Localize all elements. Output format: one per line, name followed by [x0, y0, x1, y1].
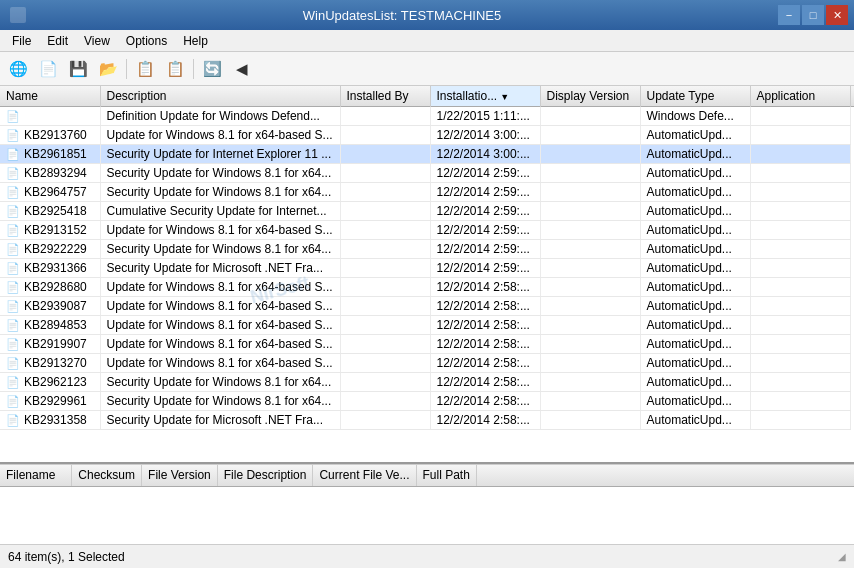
cell-updateType: AutomaticUpd...: [640, 145, 750, 164]
bottom-col-4[interactable]: Current File Ve...: [313, 465, 416, 486]
minimize-button[interactable]: −: [778, 5, 800, 25]
cell-displayVersion: [540, 373, 640, 392]
cell-installation: 12/2/2014 2:58:...: [430, 278, 540, 297]
cell-installation: 12/2/2014 2:58:...: [430, 354, 540, 373]
table-row[interactable]: 📄KB2922229Security Update for Windows 8.…: [0, 240, 854, 259]
globe-button[interactable]: 🌐: [4, 56, 32, 82]
content-area: NirSoft NameDescriptionInstalled ByInsta…: [0, 86, 854, 544]
table-row[interactable]: 📄KB2964757Security Update for Windows 8.…: [0, 183, 854, 202]
cell-application: [750, 107, 850, 126]
cell-displayVersion: [540, 240, 640, 259]
bottom-col-2[interactable]: File Version: [142, 465, 218, 486]
cell-installation: 12/2/2014 2:59:...: [430, 240, 540, 259]
maximize-button[interactable]: □: [802, 5, 824, 25]
new-doc-button[interactable]: 📄: [34, 56, 62, 82]
cell-description: Update for Windows 8.1 for x64-based S..…: [100, 316, 340, 335]
cell-description: Security Update for Windows 8.1 for x64.…: [100, 183, 340, 202]
cell-application: [750, 202, 850, 221]
col-header-installation[interactable]: Installatio...▼: [430, 86, 540, 107]
menu-item-file[interactable]: File: [4, 32, 39, 49]
close-button[interactable]: ✕: [826, 5, 848, 25]
col-header-description[interactable]: Description: [100, 86, 340, 107]
cell-installedBy: [340, 126, 430, 145]
row-icon: 📄: [6, 395, 20, 407]
table-row[interactable]: 📄KB2939087Update for Windows 8.1 for x64…: [0, 297, 854, 316]
row-icon: 📄: [6, 205, 20, 217]
toolbar-separator: [126, 59, 127, 79]
table-row[interactable]: 📄KB2962123Security Update for Windows 8.…: [0, 373, 854, 392]
row-icon: 📄: [6, 319, 20, 331]
menu-item-view[interactable]: View: [76, 32, 118, 49]
table-row[interactable]: 📄KB2894853Update for Windows 8.1 for x64…: [0, 316, 854, 335]
table-row[interactable]: 📄KB2961851Security Update for Internet E…: [0, 145, 854, 164]
cell-displayVersion: [540, 335, 640, 354]
cell-installation: 12/2/2014 2:58:...: [430, 411, 540, 430]
table-row[interactable]: 📄KB2913152Update for Windows 8.1 for x64…: [0, 221, 854, 240]
updates-table-container[interactable]: NirSoft NameDescriptionInstalled ByInsta…: [0, 86, 854, 464]
cell-updateType: AutomaticUpd...: [640, 316, 750, 335]
cell-name: 📄KB2929961: [0, 392, 100, 411]
cell-displayVersion: [540, 202, 640, 221]
table-row[interactable]: 📄KB2919907Update for Windows 8.1 for x64…: [0, 335, 854, 354]
table-row[interactable]: 📄KB2931358Security Update for Microsoft …: [0, 411, 854, 430]
cell-name: 📄KB2928680: [0, 278, 100, 297]
table-row[interactable]: 📄KB2929961Security Update for Windows 8.…: [0, 392, 854, 411]
cell-application: [750, 335, 850, 354]
cell-displayVersion: [540, 297, 640, 316]
table-row[interactable]: 📄KB2893294Security Update for Windows 8.…: [0, 164, 854, 183]
save-button[interactable]: 💾: [64, 56, 92, 82]
row-icon: 📄: [6, 357, 20, 369]
bottom-col-3[interactable]: File Description: [218, 465, 314, 486]
cell-name: 📄KB2913152: [0, 221, 100, 240]
back-button[interactable]: ◀: [228, 56, 256, 82]
bottom-col-0[interactable]: Filename: [0, 465, 72, 486]
menu-item-options[interactable]: Options: [118, 32, 175, 49]
open-button[interactable]: 📂: [94, 56, 122, 82]
cell-installation: 12/2/2014 2:58:...: [430, 335, 540, 354]
cell-displayVersion: [540, 126, 640, 145]
table-row[interactable]: 📄KB2913270Update for Windows 8.1 for x64…: [0, 354, 854, 373]
col-header-application[interactable]: Application: [750, 86, 850, 107]
cell-updateType: AutomaticUpd...: [640, 183, 750, 202]
cell-name: 📄KB2913760: [0, 126, 100, 145]
status-bar: 64 item(s), 1 Selected ◢: [0, 544, 854, 568]
cell-description: Update for Windows 8.1 for x64-based S..…: [100, 221, 340, 240]
cell-updateType: AutomaticUpd...: [640, 354, 750, 373]
table-row[interactable]: 📄KB2931366Security Update for Microsoft …: [0, 259, 854, 278]
menu-item-edit[interactable]: Edit: [39, 32, 76, 49]
copy2-button[interactable]: 📋: [161, 56, 189, 82]
cell-updateType: AutomaticUpd...: [640, 297, 750, 316]
toolbar-separator: [193, 59, 194, 79]
cell-installation: 1/22/2015 1:11:...: [430, 107, 540, 126]
menu-item-help[interactable]: Help: [175, 32, 216, 49]
table-row[interactable]: 📄KB2928680Update for Windows 8.1 for x64…: [0, 278, 854, 297]
col-header-displayVersion[interactable]: Display Version: [540, 86, 640, 107]
refresh-button[interactable]: 🔄: [198, 56, 226, 82]
cell-name: 📄: [0, 107, 100, 126]
cell-displayVersion: [540, 316, 640, 335]
bottom-col-5[interactable]: Full Path: [417, 465, 477, 486]
cell-description: Security Update for Microsoft .NET Fra..…: [100, 259, 340, 278]
cell-description: Update for Windows 8.1 for x64-based S..…: [100, 297, 340, 316]
menu-bar: FileEditViewOptionsHelp: [0, 30, 854, 52]
copy1-button[interactable]: 📋: [131, 56, 159, 82]
col-header-installedBy[interactable]: Installed By: [340, 86, 430, 107]
cell-updateType: AutomaticUpd...: [640, 221, 750, 240]
row-icon: 📄: [6, 110, 20, 122]
bottom-col-1[interactable]: Checksum: [72, 465, 142, 486]
cell-installedBy: [340, 107, 430, 126]
cell-name: 📄KB2925418: [0, 202, 100, 221]
cell-installedBy: [340, 240, 430, 259]
table-header: NameDescriptionInstalled ByInstallatio..…: [0, 86, 854, 107]
col-header-name[interactable]: Name: [0, 86, 100, 107]
table-row[interactable]: 📄KB2913760Update for Windows 8.1 for x64…: [0, 126, 854, 145]
cell-installation: 12/2/2014 2:58:...: [430, 392, 540, 411]
col-header-updateType[interactable]: Update Type: [640, 86, 750, 107]
table-row[interactable]: 📄Definition Update for Windows Defend...…: [0, 107, 854, 126]
cell-description: Cumulative Security Update for Internet.…: [100, 202, 340, 221]
cell-installation: 12/2/2014 2:59:...: [430, 202, 540, 221]
cell-updateType: Windows Defe...: [640, 107, 750, 126]
table-row[interactable]: 📄KB2925418Cumulative Security Update for…: [0, 202, 854, 221]
updates-table: NameDescriptionInstalled ByInstallatio..…: [0, 86, 854, 430]
cell-description: Security Update for Windows 8.1 for x64.…: [100, 164, 340, 183]
